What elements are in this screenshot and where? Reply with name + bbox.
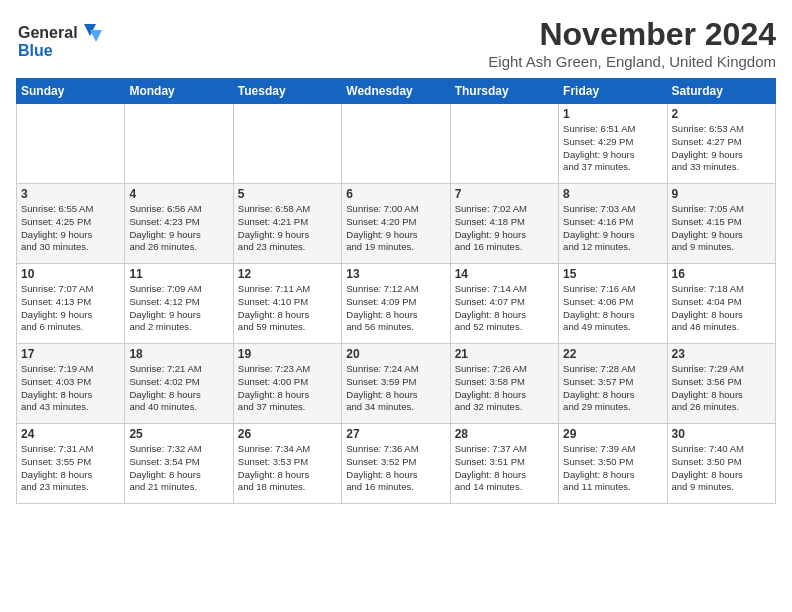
logo: General Blue <box>16 16 106 66</box>
day-cell: 29Sunrise: 7:39 AM Sunset: 3:50 PM Dayli… <box>559 424 667 504</box>
header: General Blue November 2024 Eight Ash Gre… <box>16 16 776 70</box>
cell-content: Sunrise: 7:23 AM Sunset: 4:00 PM Dayligh… <box>238 363 337 414</box>
svg-text:Blue: Blue <box>18 42 53 59</box>
cell-content: Sunrise: 7:05 AM Sunset: 4:15 PM Dayligh… <box>672 203 771 254</box>
day-cell <box>17 104 125 184</box>
day-number: 24 <box>21 427 120 441</box>
day-cell: 26Sunrise: 7:34 AM Sunset: 3:53 PM Dayli… <box>233 424 341 504</box>
day-number: 17 <box>21 347 120 361</box>
cell-content: Sunrise: 7:09 AM Sunset: 4:12 PM Dayligh… <box>129 283 228 334</box>
day-cell: 17Sunrise: 7:19 AM Sunset: 4:03 PM Dayli… <box>17 344 125 424</box>
day-cell <box>125 104 233 184</box>
day-cell: 19Sunrise: 7:23 AM Sunset: 4:00 PM Dayli… <box>233 344 341 424</box>
day-cell: 5Sunrise: 6:58 AM Sunset: 4:21 PM Daylig… <box>233 184 341 264</box>
day-cell <box>342 104 450 184</box>
cell-content: Sunrise: 7:32 AM Sunset: 3:54 PM Dayligh… <box>129 443 228 494</box>
day-number: 20 <box>346 347 445 361</box>
cell-content: Sunrise: 7:29 AM Sunset: 3:56 PM Dayligh… <box>672 363 771 414</box>
day-cell: 22Sunrise: 7:28 AM Sunset: 3:57 PM Dayli… <box>559 344 667 424</box>
day-number: 8 <box>563 187 662 201</box>
cell-content: Sunrise: 7:36 AM Sunset: 3:52 PM Dayligh… <box>346 443 445 494</box>
location-title: Eight Ash Green, England, United Kingdom <box>488 53 776 70</box>
day-number: 27 <box>346 427 445 441</box>
cell-content: Sunrise: 7:37 AM Sunset: 3:51 PM Dayligh… <box>455 443 554 494</box>
weekday-header-wednesday: Wednesday <box>342 79 450 104</box>
day-cell: 2Sunrise: 6:53 AM Sunset: 4:27 PM Daylig… <box>667 104 775 184</box>
day-cell: 18Sunrise: 7:21 AM Sunset: 4:02 PM Dayli… <box>125 344 233 424</box>
day-number: 21 <box>455 347 554 361</box>
day-number: 9 <box>672 187 771 201</box>
day-number: 16 <box>672 267 771 281</box>
svg-text:General: General <box>18 24 78 41</box>
day-cell: 21Sunrise: 7:26 AM Sunset: 3:58 PM Dayli… <box>450 344 558 424</box>
weekday-header-friday: Friday <box>559 79 667 104</box>
cell-content: Sunrise: 6:56 AM Sunset: 4:23 PM Dayligh… <box>129 203 228 254</box>
day-number: 25 <box>129 427 228 441</box>
cell-content: Sunrise: 7:28 AM Sunset: 3:57 PM Dayligh… <box>563 363 662 414</box>
cell-content: Sunrise: 7:21 AM Sunset: 4:02 PM Dayligh… <box>129 363 228 414</box>
day-number: 3 <box>21 187 120 201</box>
cell-content: Sunrise: 7:02 AM Sunset: 4:18 PM Dayligh… <box>455 203 554 254</box>
day-cell: 28Sunrise: 7:37 AM Sunset: 3:51 PM Dayli… <box>450 424 558 504</box>
title-area: November 2024 Eight Ash Green, England, … <box>488 16 776 70</box>
weekday-header-sunday: Sunday <box>17 79 125 104</box>
cell-content: Sunrise: 7:26 AM Sunset: 3:58 PM Dayligh… <box>455 363 554 414</box>
day-number: 1 <box>563 107 662 121</box>
cell-content: Sunrise: 7:31 AM Sunset: 3:55 PM Dayligh… <box>21 443 120 494</box>
cell-content: Sunrise: 7:34 AM Sunset: 3:53 PM Dayligh… <box>238 443 337 494</box>
day-cell: 13Sunrise: 7:12 AM Sunset: 4:09 PM Dayli… <box>342 264 450 344</box>
weekday-header-monday: Monday <box>125 79 233 104</box>
cell-content: Sunrise: 7:07 AM Sunset: 4:13 PM Dayligh… <box>21 283 120 334</box>
day-number: 11 <box>129 267 228 281</box>
week-row-5: 24Sunrise: 7:31 AM Sunset: 3:55 PM Dayli… <box>17 424 776 504</box>
day-cell: 11Sunrise: 7:09 AM Sunset: 4:12 PM Dayli… <box>125 264 233 344</box>
day-number: 5 <box>238 187 337 201</box>
cell-content: Sunrise: 7:19 AM Sunset: 4:03 PM Dayligh… <box>21 363 120 414</box>
day-number: 6 <box>346 187 445 201</box>
weekday-header-tuesday: Tuesday <box>233 79 341 104</box>
cell-content: Sunrise: 6:53 AM Sunset: 4:27 PM Dayligh… <box>672 123 771 174</box>
day-number: 2 <box>672 107 771 121</box>
day-number: 18 <box>129 347 228 361</box>
day-cell <box>450 104 558 184</box>
day-number: 28 <box>455 427 554 441</box>
cell-content: Sunrise: 7:40 AM Sunset: 3:50 PM Dayligh… <box>672 443 771 494</box>
day-number: 23 <box>672 347 771 361</box>
cell-content: Sunrise: 7:11 AM Sunset: 4:10 PM Dayligh… <box>238 283 337 334</box>
day-number: 13 <box>346 267 445 281</box>
day-number: 15 <box>563 267 662 281</box>
week-row-4: 17Sunrise: 7:19 AM Sunset: 4:03 PM Dayli… <box>17 344 776 424</box>
day-number: 26 <box>238 427 337 441</box>
day-number: 30 <box>672 427 771 441</box>
day-cell: 23Sunrise: 7:29 AM Sunset: 3:56 PM Dayli… <box>667 344 775 424</box>
cell-content: Sunrise: 7:18 AM Sunset: 4:04 PM Dayligh… <box>672 283 771 334</box>
cell-content: Sunrise: 7:14 AM Sunset: 4:07 PM Dayligh… <box>455 283 554 334</box>
day-cell: 6Sunrise: 7:00 AM Sunset: 4:20 PM Daylig… <box>342 184 450 264</box>
day-cell: 10Sunrise: 7:07 AM Sunset: 4:13 PM Dayli… <box>17 264 125 344</box>
week-row-3: 10Sunrise: 7:07 AM Sunset: 4:13 PM Dayli… <box>17 264 776 344</box>
day-number: 12 <box>238 267 337 281</box>
day-number: 14 <box>455 267 554 281</box>
cell-content: Sunrise: 6:55 AM Sunset: 4:25 PM Dayligh… <box>21 203 120 254</box>
cell-content: Sunrise: 7:00 AM Sunset: 4:20 PM Dayligh… <box>346 203 445 254</box>
day-number: 22 <box>563 347 662 361</box>
day-cell <box>233 104 341 184</box>
cell-content: Sunrise: 7:24 AM Sunset: 3:59 PM Dayligh… <box>346 363 445 414</box>
weekday-header-row: SundayMondayTuesdayWednesdayThursdayFrid… <box>17 79 776 104</box>
calendar-table: SundayMondayTuesdayWednesdayThursdayFrid… <box>16 78 776 504</box>
day-cell: 15Sunrise: 7:16 AM Sunset: 4:06 PM Dayli… <box>559 264 667 344</box>
day-cell: 30Sunrise: 7:40 AM Sunset: 3:50 PM Dayli… <box>667 424 775 504</box>
day-number: 4 <box>129 187 228 201</box>
day-cell: 20Sunrise: 7:24 AM Sunset: 3:59 PM Dayli… <box>342 344 450 424</box>
day-cell: 25Sunrise: 7:32 AM Sunset: 3:54 PM Dayli… <box>125 424 233 504</box>
week-row-2: 3Sunrise: 6:55 AM Sunset: 4:25 PM Daylig… <box>17 184 776 264</box>
cell-content: Sunrise: 7:16 AM Sunset: 4:06 PM Dayligh… <box>563 283 662 334</box>
day-cell: 4Sunrise: 6:56 AM Sunset: 4:23 PM Daylig… <box>125 184 233 264</box>
day-number: 19 <box>238 347 337 361</box>
day-cell: 7Sunrise: 7:02 AM Sunset: 4:18 PM Daylig… <box>450 184 558 264</box>
day-number: 29 <box>563 427 662 441</box>
cell-content: Sunrise: 7:12 AM Sunset: 4:09 PM Dayligh… <box>346 283 445 334</box>
day-cell: 16Sunrise: 7:18 AM Sunset: 4:04 PM Dayli… <box>667 264 775 344</box>
day-cell: 24Sunrise: 7:31 AM Sunset: 3:55 PM Dayli… <box>17 424 125 504</box>
weekday-header-saturday: Saturday <box>667 79 775 104</box>
